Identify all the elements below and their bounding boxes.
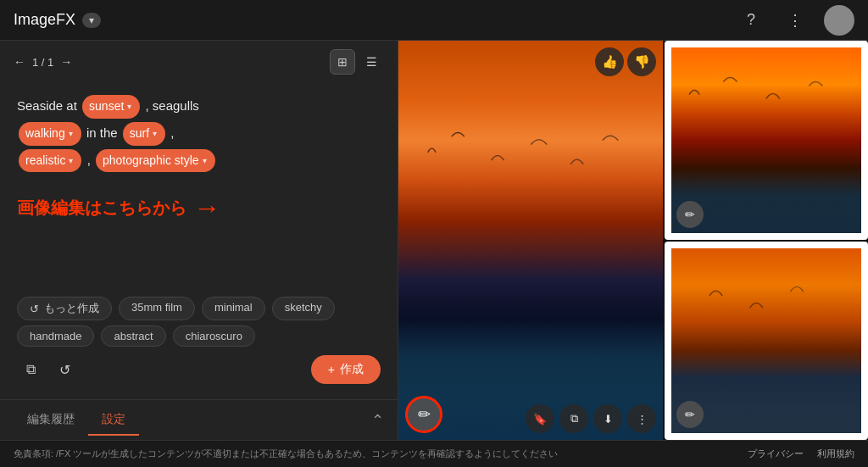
chip-surf-label: surf (130, 124, 149, 144)
copy-icon: ⧉ (26, 362, 36, 377)
chip-realistic-arrow: ▾ (69, 153, 73, 168)
suggestion-row-1: ↺ もっと作成 35mm film minimal sketchy (17, 297, 381, 320)
tab-settings[interactable]: 設定 (88, 405, 139, 436)
left-panel: ← 1 / 1 → ⊞ ☰ Seaside at sunset ▾ , seag… (0, 41, 398, 440)
more-button[interactable]: ⋮ (780, 5, 810, 36)
chip-35mm[interactable]: 35mm film (119, 297, 195, 320)
create-button[interactable]: + 作成 (311, 355, 381, 384)
main-image (398, 41, 663, 440)
chip-photographic-arrow: ▾ (203, 153, 207, 168)
chip-walking-arrow: ▾ (69, 126, 73, 141)
edit-fab-side-bottom[interactable]: ✏ (676, 401, 704, 428)
main-image-cell: 👍 👎 ✏ 🔖 ⧉ ⬇ (398, 41, 663, 440)
chip-chiaroscuro-label: chiaroscuro (186, 330, 242, 342)
page-indicator: 1 / 1 (32, 56, 53, 69)
tab-settings-label: 設定 (102, 412, 125, 425)
tabs-row: 編集履歴 設定 ⌃ (0, 399, 398, 440)
prompt-text-3: in the (86, 125, 118, 140)
thumbs-down-button[interactable]: 👎 (627, 47, 656, 76)
tabs-expand-button[interactable]: ⌃ (371, 411, 384, 430)
chevron-down-icon: ▾ (89, 14, 94, 26)
prompt-comma-1: , (170, 125, 174, 140)
prompt-area: Seaside at sunset ▾ , seagulls walking ▾… (0, 83, 398, 184)
help-button[interactable]: ? (736, 5, 766, 36)
chip-35mm-label: 35mm film (131, 301, 182, 314)
side-bottom-image-cell: ✏ (665, 242, 868, 441)
edit-fab-main[interactable]: ✏ (405, 396, 442, 433)
more-create-label: もっと作成 (44, 301, 99, 316)
annotation: 画像編集はこちらから → (0, 184, 398, 232)
tab-history[interactable]: 編集履歴 (14, 405, 88, 436)
refresh-icon: ↺ (30, 303, 39, 315)
side-top-image-cell: ✏ (665, 41, 868, 240)
footer-links: プライバシー 利用規約 (748, 448, 854, 460)
copy-prompt-button[interactable]: ⧉ (17, 356, 44, 383)
main-bottom-actions: 🔖 ⧉ ⬇ ⋮ (526, 404, 656, 433)
edit-icon-side-top: ✏ (685, 208, 695, 221)
chip-realistic[interactable]: realistic ▾ (19, 149, 81, 173)
main-content: ← 1 / 1 → ⊞ ☰ Seaside at sunset ▾ , seag… (0, 41, 868, 440)
bookmark-button[interactable]: 🔖 (526, 404, 554, 433)
header-left: ImageFX ▾ (14, 11, 101, 29)
more-icon: ⋮ (787, 11, 803, 30)
main-image-top-actions: 👍 👎 (595, 47, 656, 76)
list-view-button[interactable]: ☰ (359, 49, 384, 75)
edit-icon-side-bottom: ✏ (685, 408, 695, 421)
chip-abstract-label: abstract (114, 330, 153, 342)
more-create-chip[interactable]: ↺ もっと作成 (17, 297, 112, 320)
chip-photographic-label: photographic style (103, 151, 199, 171)
nav-row: ← 1 / 1 → ⊞ ☰ (0, 41, 398, 83)
avatar[interactable] (824, 5, 854, 36)
chip-surf-arrow: ▾ (153, 126, 157, 141)
thumbs-down-icon: 👎 (634, 54, 650, 69)
thumbs-up-button[interactable]: 👍 (595, 47, 624, 76)
create-plus-icon: + (328, 363, 335, 376)
chip-realistic-label: realistic (25, 151, 65, 171)
download-icon: ⬇ (604, 413, 613, 425)
suggestion-row-2: handmade abstract chiaroscuro (17, 325, 381, 347)
edit-fab-side-top[interactable]: ✏ (676, 201, 704, 228)
nav-arrows: ← 1 / 1 → (14, 55, 72, 69)
chip-handmade[interactable]: handmade (17, 325, 94, 347)
chevron-up-icon: ⌃ (371, 412, 384, 429)
footer-disclaimer: 免責条項: /FX ツールが生成したコンテンツが不適切または不正確な場合もあるた… (14, 448, 558, 460)
chip-minimal[interactable]: minimal (202, 297, 265, 320)
bottom-controls: ⧉ ↺ + 作成 (0, 348, 398, 391)
annotation-text: 画像編集はこちらから (17, 197, 186, 220)
prompt-text-1: Seaside at (17, 98, 77, 113)
chip-sketchy[interactable]: sketchy (272, 297, 335, 320)
grid-view-button[interactable]: ⊞ (330, 49, 355, 75)
help-icon: ? (747, 11, 755, 29)
next-button[interactable]: → (60, 55, 72, 69)
chip-walking-label: walking (25, 124, 65, 144)
download-button[interactable]: ⬇ (593, 404, 622, 433)
header-right: ? ⋮ (736, 5, 854, 36)
footer: 免責条項: /FX ツールが生成したコンテンツが不適切または不正確な場合もあるた… (0, 440, 868, 467)
chip-photographic[interactable]: photographic style ▾ (96, 149, 215, 173)
annotation-arrow: → (193, 192, 220, 224)
copy-image-button[interactable]: ⧉ (559, 404, 588, 433)
copy-image-icon: ⧉ (570, 412, 578, 425)
chip-sunset-label: sunset (89, 97, 124, 117)
view-toggle: ⊞ ☰ (330, 49, 384, 75)
tab-history-label: 編集履歴 (27, 412, 75, 425)
chip-handmade-label: handmade (30, 330, 81, 342)
prompt-comma-2: , (87, 153, 94, 167)
app-title: ImageFX (14, 11, 75, 29)
terms-link[interactable]: 利用規約 (817, 448, 854, 460)
chip-chiaroscuro[interactable]: chiaroscuro (173, 325, 255, 347)
refresh-prompt-button[interactable]: ↺ (51, 356, 78, 383)
refresh-icon: ↺ (59, 362, 70, 378)
chip-abstract[interactable]: abstract (101, 325, 165, 347)
chip-sunset-arrow: ▾ (127, 99, 131, 114)
thumbs-up-icon: 👍 (602, 54, 618, 69)
prev-button[interactable]: ← (14, 55, 25, 69)
privacy-link[interactable]: プライバシー (748, 448, 804, 460)
create-label: 作成 (340, 362, 364, 377)
app-dropdown[interactable]: ▾ (82, 13, 101, 28)
chip-minimal-label: minimal (214, 301, 253, 314)
chip-walking[interactable]: walking ▾ (19, 122, 81, 146)
more-image-button[interactable]: ⋮ (627, 404, 656, 433)
chip-sunset[interactable]: sunset ▾ (82, 95, 140, 119)
chip-surf[interactable]: surf ▾ (123, 122, 165, 146)
